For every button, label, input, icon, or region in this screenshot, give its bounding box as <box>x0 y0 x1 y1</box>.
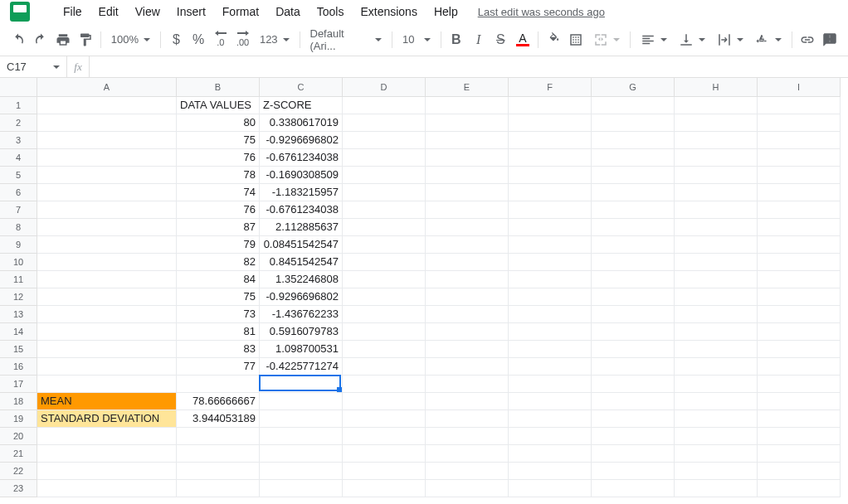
cell-D16[interactable] <box>343 358 426 376</box>
cell-A1[interactable] <box>37 97 177 114</box>
cell-D17[interactable] <box>343 376 426 393</box>
undo-button[interactable] <box>8 28 29 51</box>
cell-G13[interactable] <box>592 306 675 323</box>
cell-G2[interactable] <box>592 114 675 132</box>
cell-F21[interactable] <box>509 445 592 463</box>
cell-G3[interactable] <box>592 132 675 149</box>
cell-H2[interactable] <box>675 114 758 132</box>
cell-F10[interactable] <box>509 254 592 271</box>
cell-E5[interactable] <box>426 167 509 184</box>
cell-B13[interactable]: 73 <box>177 306 260 323</box>
cell-E20[interactable] <box>426 428 509 445</box>
cell-A12[interactable] <box>37 288 177 306</box>
cell-A3[interactable] <box>37 132 177 149</box>
cell-E14[interactable] <box>426 323 509 341</box>
last-edit-link[interactable]: Last edit was seconds ago <box>478 6 605 18</box>
cell-A9[interactable] <box>37 236 177 254</box>
cell-F1[interactable] <box>509 97 592 114</box>
cell-D20[interactable] <box>343 428 426 445</box>
row-header-7[interactable]: 7 <box>0 201 37 219</box>
cell-C14[interactable]: 0.5916079783 <box>260 323 343 341</box>
cell-E16[interactable] <box>426 358 509 376</box>
cell-B22[interactable] <box>177 463 260 480</box>
row-header-1[interactable]: 1 <box>0 97 37 114</box>
cell-G19[interactable] <box>592 410 675 428</box>
row-header-9[interactable]: 9 <box>0 236 37 254</box>
formula-input[interactable] <box>90 56 848 77</box>
cell-G22[interactable] <box>592 463 675 480</box>
cell-I8[interactable] <box>758 219 841 236</box>
redo-button[interactable] <box>31 28 51 51</box>
cell-F18[interactable] <box>509 393 592 410</box>
column-header-A[interactable]: A <box>37 78 177 97</box>
decrease-decimal-button[interactable]: .0 <box>210 28 231 51</box>
cell-D22[interactable] <box>343 463 426 480</box>
row-header-8[interactable]: 8 <box>0 219 37 236</box>
cell-C9[interactable]: 0.08451542547 <box>260 236 343 254</box>
cell-C10[interactable]: 0.8451542547 <box>260 254 343 271</box>
cell-B11[interactable]: 84 <box>177 271 260 288</box>
print-button[interactable] <box>52 28 73 51</box>
italic-button[interactable]: I <box>468 28 489 51</box>
cell-G15[interactable] <box>592 341 675 358</box>
row-header-23[interactable]: 23 <box>0 480 37 497</box>
cell-F4[interactable] <box>509 149 592 167</box>
cell-D18[interactable] <box>343 393 426 410</box>
vertical-align-button[interactable] <box>674 28 710 51</box>
increase-decimal-button[interactable]: .00 <box>232 28 253 51</box>
cell-E12[interactable] <box>426 288 509 306</box>
cell-H23[interactable] <box>675 480 758 497</box>
row-header-3[interactable]: 3 <box>0 132 37 149</box>
row-header-11[interactable]: 11 <box>0 271 37 288</box>
cell-D2[interactable] <box>343 114 426 132</box>
row-header-17[interactable]: 17 <box>0 376 37 393</box>
row-header-16[interactable]: 16 <box>0 358 37 376</box>
cell-H20[interactable] <box>675 428 758 445</box>
row-header-13[interactable]: 13 <box>0 306 37 323</box>
more-formats-select[interactable]: 123 <box>255 28 295 51</box>
cell-C3[interactable]: -0.9296696802 <box>260 132 343 149</box>
cell-F17[interactable] <box>509 376 592 393</box>
cell-A21[interactable] <box>37 445 177 463</box>
cell-H9[interactable] <box>675 236 758 254</box>
column-header-H[interactable]: H <box>675 78 758 97</box>
cell-E7[interactable] <box>426 201 509 219</box>
cell-C6[interactable]: -1.183215957 <box>260 184 343 201</box>
column-header-B[interactable]: B <box>177 78 260 97</box>
cell-H19[interactable] <box>675 410 758 428</box>
cell-C2[interactable]: 0.3380617019 <box>260 114 343 132</box>
cell-A10[interactable] <box>37 254 177 271</box>
cell-D13[interactable] <box>343 306 426 323</box>
menu-edit[interactable]: Edit <box>92 2 125 22</box>
cell-D7[interactable] <box>343 201 426 219</box>
row-header-18[interactable]: 18 <box>0 393 37 410</box>
cell-D12[interactable] <box>343 288 426 306</box>
cell-B19[interactable]: 3.944053189 <box>177 410 260 428</box>
cell-I20[interactable] <box>758 428 841 445</box>
cell-E22[interactable] <box>426 463 509 480</box>
cell-F11[interactable] <box>509 271 592 288</box>
cell-C18[interactable] <box>260 393 343 410</box>
cell-A13[interactable] <box>37 306 177 323</box>
menu-tools[interactable]: Tools <box>310 2 351 22</box>
cell-F16[interactable] <box>509 358 592 376</box>
row-header-12[interactable]: 12 <box>0 288 37 306</box>
cell-I23[interactable] <box>758 480 841 497</box>
cell-C8[interactable]: 2.112885637 <box>260 219 343 236</box>
zoom-select[interactable]: 100% <box>106 28 155 51</box>
cell-F23[interactable] <box>509 480 592 497</box>
cell-H21[interactable] <box>675 445 758 463</box>
cell-F14[interactable] <box>509 323 592 341</box>
menu-format[interactable]: Format <box>216 2 266 22</box>
cell-I11[interactable] <box>758 271 841 288</box>
row-header-10[interactable]: 10 <box>0 254 37 271</box>
cell-I21[interactable] <box>758 445 841 463</box>
cell-I18[interactable] <box>758 393 841 410</box>
cell-G9[interactable] <box>592 236 675 254</box>
cell-I7[interactable] <box>758 201 841 219</box>
cell-D5[interactable] <box>343 167 426 184</box>
cell-G5[interactable] <box>592 167 675 184</box>
cell-E19[interactable] <box>426 410 509 428</box>
cell-B12[interactable]: 75 <box>177 288 260 306</box>
fill-color-button[interactable] <box>543 28 564 51</box>
